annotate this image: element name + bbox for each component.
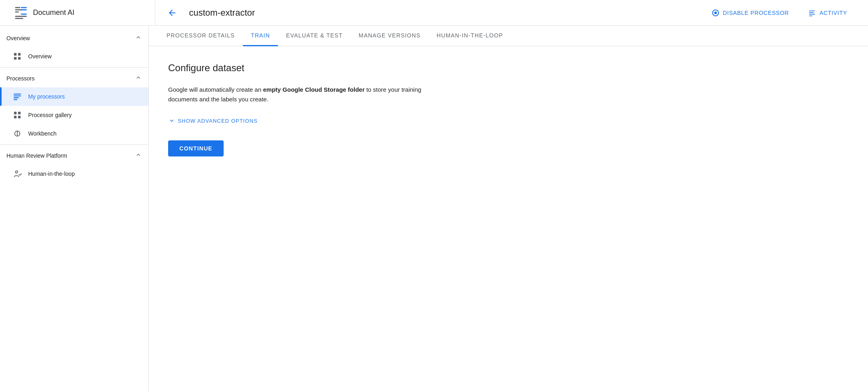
sidebar-item-workbench[interactable]: Workbench (0, 124, 148, 143)
overview-chevron-icon (135, 34, 142, 42)
sidebar-item-overview[interactable]: Overview (0, 47, 148, 66)
svg-rect-12 (809, 14, 815, 14)
main-area: Overview Overview (0, 26, 868, 391)
sidebar-divider-2 (0, 144, 148, 145)
show-advanced-options-button[interactable]: SHOW ADVANCED OPTIONS (168, 115, 849, 126)
tab-processor-details[interactable]: PROCESSOR DETAILS (158, 26, 243, 46)
sidebar-item-my-processors[interactable]: My processors (0, 87, 148, 106)
overview-item-label: Overview (28, 53, 51, 60)
continue-button[interactable]: CONTINUE (168, 140, 224, 156)
back-button[interactable] (165, 6, 179, 20)
processor-gallery-icon (13, 111, 22, 119)
svg-rect-20 (14, 97, 19, 98)
content-area: Configure dataset Google will automatica… (149, 46, 868, 173)
svg-rect-23 (18, 112, 21, 114)
activity-button[interactable]: ACTIVITY (803, 6, 852, 20)
svg-rect-10 (809, 10, 815, 11)
chevron-down-icon (168, 117, 175, 124)
tab-human-in-the-loop[interactable]: HUMAN-IN-THE-LOOP (429, 26, 511, 46)
tabs-bar: PROCESSOR DETAILS TRAIN EVALUATE & TEST … (149, 26, 868, 46)
svg-rect-19 (14, 95, 21, 96)
processor-name: custom-extractor (189, 8, 697, 18)
workbench-icon (13, 129, 22, 138)
header-actions: DISABLE PROCESSOR ACTIVITY (707, 6, 852, 20)
sidebar-item-human-in-the-loop[interactable]: Human-in-the-loop (0, 165, 148, 183)
document-ai-logo-icon (13, 5, 29, 21)
tab-train[interactable]: TRAIN (243, 26, 278, 46)
svg-rect-5 (21, 13, 27, 14)
workbench-label: Workbench (28, 130, 57, 137)
disable-processor-button[interactable]: DISABLE PROCESSOR (707, 6, 794, 20)
overview-section-header[interactable]: Overview (0, 29, 148, 47)
sidebar-item-processor-gallery[interactable]: Processor gallery (0, 106, 148, 124)
svg-point-9 (714, 11, 717, 14)
app-container: Document AI custom-extractor DISABLE PRO… (0, 0, 868, 391)
svg-rect-1 (15, 9, 22, 10)
svg-rect-22 (14, 112, 16, 114)
tab-evaluate-test[interactable]: EVALUATE & TEST (278, 26, 351, 46)
human-review-chevron-icon (135, 151, 142, 160)
app-title: Document AI (33, 8, 74, 17)
svg-rect-16 (14, 57, 16, 60)
svg-rect-3 (21, 7, 27, 8)
description-text: Google will automatically create an empt… (168, 85, 450, 104)
svg-rect-17 (18, 57, 21, 60)
header-content: custom-extractor DISABLE PROCESSOR (155, 6, 862, 20)
svg-rect-13 (809, 15, 812, 16)
activity-icon (808, 9, 816, 17)
svg-rect-4 (21, 9, 27, 10)
svg-rect-7 (15, 18, 23, 19)
svg-rect-14 (14, 53, 16, 56)
processors-section-header[interactable]: Processors (0, 69, 148, 87)
svg-rect-15 (18, 53, 21, 56)
sidebar-divider-1 (0, 67, 148, 68)
svg-rect-6 (15, 16, 27, 17)
my-processors-label: My processors (28, 93, 65, 100)
svg-rect-25 (18, 116, 21, 118)
svg-rect-24 (14, 116, 16, 118)
top-bar: Document AI custom-extractor DISABLE PRO… (0, 0, 868, 26)
main-content: PROCESSOR DETAILS TRAIN EVALUATE & TEST … (149, 26, 868, 391)
svg-rect-11 (809, 12, 814, 13)
svg-rect-18 (14, 94, 21, 95)
svg-point-28 (15, 171, 18, 173)
page-title: Configure dataset (168, 62, 849, 74)
overview-icon (13, 52, 22, 61)
human-review-section-header[interactable]: Human Review Platform (0, 146, 148, 165)
svg-rect-2 (15, 11, 19, 12)
app-logo: Document AI (6, 0, 155, 25)
processors-chevron-icon (135, 74, 142, 82)
tab-manage-versions[interactable]: MANAGE VERSIONS (351, 26, 429, 46)
sidebar: Overview Overview (0, 26, 149, 391)
human-in-the-loop-label: Human-in-the-loop (28, 171, 75, 177)
svg-rect-0 (15, 7, 21, 8)
disable-icon (712, 9, 720, 17)
processor-gallery-label: Processor gallery (28, 112, 72, 118)
svg-rect-21 (14, 99, 17, 100)
my-processors-icon (13, 92, 22, 101)
human-in-the-loop-icon (13, 169, 22, 178)
